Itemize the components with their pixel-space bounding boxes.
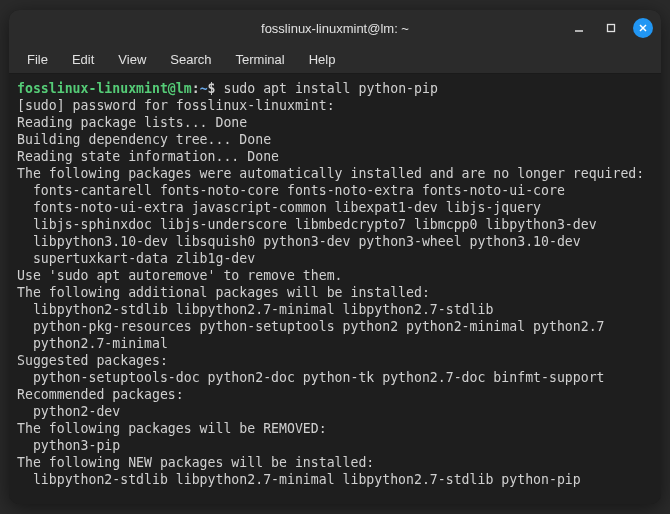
prompt-userhost: fosslinux-linuxmint@lm — [17, 81, 192, 96]
output-line: The following packages will be REMOVED: — [17, 421, 327, 436]
close-icon — [637, 22, 649, 34]
maximize-button[interactable] — [601, 18, 621, 38]
output-line: python-pkg-resources python-setuptools p… — [17, 319, 605, 334]
window-title: fosslinux-linuxmint@lm: ~ — [261, 21, 409, 36]
output-line: libpython2-stdlib libpython2.7-minimal l… — [17, 302, 493, 317]
prompt-sep1: : — [192, 81, 200, 96]
output-line: libpython2-stdlib libpython2.7-minimal l… — [17, 472, 581, 487]
menu-search[interactable]: Search — [160, 48, 221, 71]
menu-edit[interactable]: Edit — [62, 48, 104, 71]
output-line: python2-dev — [17, 404, 120, 419]
output-line: Use 'sudo apt autoremove' to remove them… — [17, 268, 343, 283]
prompt-sep2: $ — [208, 81, 224, 96]
output-line: The following NEW packages will be insta… — [17, 455, 374, 470]
output-line: libpython3.10-dev libsquish0 python3-dev… — [17, 234, 581, 249]
output-line: Building dependency tree... Done — [17, 132, 271, 147]
output-line: The following packages were automaticall… — [17, 166, 644, 181]
menubar: File Edit View Search Terminal Help — [9, 46, 661, 74]
menu-terminal[interactable]: Terminal — [226, 48, 295, 71]
minimize-button[interactable] — [569, 18, 589, 38]
titlebar: fosslinux-linuxmint@lm: ~ — [9, 10, 661, 46]
output-line: fonts-noto-ui-extra javascript-common li… — [17, 200, 541, 215]
output-line: python-setuptools-doc python2-doc python… — [17, 370, 605, 385]
minimize-icon — [573, 22, 585, 34]
menu-file[interactable]: File — [17, 48, 58, 71]
close-button[interactable] — [633, 18, 653, 38]
output-line: supertuxkart-data zlib1g-dev — [17, 251, 255, 266]
output-line: Reading package lists... Done — [17, 115, 247, 130]
output-line: Reading state information... Done — [17, 149, 279, 164]
svg-rect-1 — [608, 25, 615, 32]
output-line: python2.7-minimal — [17, 336, 168, 351]
output-line: [sudo] password for fosslinux-linuxmint: — [17, 98, 335, 113]
output-line: fonts-cantarell fonts-noto-core fonts-no… — [17, 183, 565, 198]
window-controls — [569, 18, 653, 38]
terminal-window: fosslinux-linuxmint@lm: ~ File Edit View… — [9, 10, 661, 504]
output-line: The following additional packages will b… — [17, 285, 430, 300]
output-line: libjs-sphinxdoc libjs-underscore libmbed… — [17, 217, 597, 232]
command-text: sudo apt install python-pip — [223, 81, 437, 96]
menu-help[interactable]: Help — [299, 48, 346, 71]
terminal-body[interactable]: fosslinux-linuxmint@lm:~$ sudo apt insta… — [9, 74, 661, 504]
maximize-icon — [605, 22, 617, 34]
output-line: python3-pip — [17, 438, 120, 453]
output-line: Suggested packages: — [17, 353, 168, 368]
output-line: Recommended packages: — [17, 387, 184, 402]
prompt-path: ~ — [200, 81, 208, 96]
menu-view[interactable]: View — [108, 48, 156, 71]
